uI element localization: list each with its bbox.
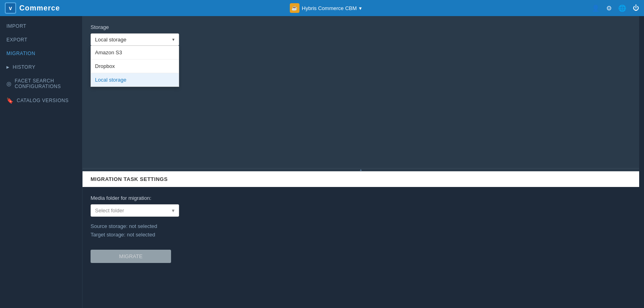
folder-dropdown-arrow-icon: ▾ [172, 207, 175, 214]
storage-dropdown[interactable]: Local storage ▾ [91, 33, 179, 46]
media-folder-label: Media folder for migration: [91, 195, 631, 201]
gear-icon[interactable]: ⚙ [606, 4, 612, 12]
main-layout: IMPORT EXPORT MIGRATION HISTORY ◎ Facet … [0, 16, 644, 308]
power-icon[interactable]: ⏻ [633, 4, 639, 12]
center-app-name: Hybris Commerce CBM [302, 5, 357, 11]
storage-dropdown-menu: Amazon S3 Dropbox Local storage [91, 46, 179, 87]
migrate-button[interactable]: MIGRATE [91, 250, 171, 263]
sidebar-item-label: HISTORY [13, 64, 35, 70]
sidebar-item-label: IMPORT [6, 23, 26, 29]
header: v Commerce ☕ Hybris Commerce CBM ▾ 👤 ⚙ 🌐… [0, 0, 644, 16]
storage-label: Storage [91, 24, 631, 30]
migration-settings-section: MIGRATION TASK SETTINGS Media folder for… [83, 171, 639, 308]
target-storage-info: Target storage: not selected [91, 232, 631, 238]
folder-placeholder: Select folder [95, 207, 124, 214]
resize-handle[interactable] [83, 168, 639, 171]
storage-dropdown-wrapper: Local storage ▾ Amazon S3 Dropbox Local … [91, 33, 179, 46]
sidebar-item-label: EXPORT [6, 37, 27, 43]
storage-option-local[interactable]: Local storage [91, 73, 179, 86]
chevron-down-icon: ▾ [359, 5, 362, 11]
header-left: v Commerce [5, 2, 60, 14]
app-logo: v [5, 2, 16, 14]
storage-selected-value: Local storage [95, 37, 126, 43]
center-app-icon: ☕ [290, 3, 299, 13]
logo-text: v [9, 5, 12, 11]
dropdown-arrow-icon: ▾ [172, 37, 175, 42]
migration-settings-content: Media folder for migration: Select folde… [83, 187, 639, 271]
sidebar-item-catalog[interactable]: 🔖 Catalog Versions [0, 93, 82, 108]
source-storage-info: Source storage: not selected [91, 223, 631, 229]
user-icon[interactable]: 👤 [592, 4, 600, 12]
sidebar-item-label: Catalog Versions [17, 98, 69, 103]
folder-dropdown[interactable]: Select folder ▾ [91, 204, 179, 217]
sidebar: IMPORT EXPORT MIGRATION HISTORY ◎ Facet … [0, 16, 83, 308]
sidebar-item-facet[interactable]: ◎ Facet Search Configurations [0, 74, 82, 93]
facet-icon: ◎ [6, 80, 12, 87]
sidebar-item-label: MIGRATION [6, 51, 35, 56]
sidebar-item-label: Facet Search Configurations [15, 78, 76, 89]
content-area: Storage Local storage ▾ Amazon S3 Dropbo… [83, 16, 639, 308]
sidebar-item-migration[interactable]: MIGRATION [0, 47, 82, 60]
sidebar-item-import[interactable]: IMPORT [0, 19, 82, 33]
globe-icon[interactable]: 🌐 [618, 4, 626, 12]
app-name: Commerce [19, 4, 60, 12]
scrollbar[interactable] [639, 16, 644, 308]
sidebar-item-export[interactable]: EXPORT [0, 33, 82, 47]
storage-option-amazon[interactable]: Amazon S3 [91, 46, 179, 60]
sidebar-item-history[interactable]: HISTORY [0, 60, 82, 74]
header-center-app[interactable]: ☕ Hybris Commerce CBM ▾ [290, 3, 362, 13]
migration-settings-title: MIGRATION TASK SETTINGS [83, 171, 639, 187]
storage-section: Storage Local storage ▾ Amazon S3 Dropbo… [83, 16, 639, 168]
header-right: 👤 ⚙ 🌐 ⏻ [592, 4, 639, 12]
catalog-icon: 🔖 [6, 97, 14, 104]
storage-option-dropbox[interactable]: Dropbox [91, 60, 179, 73]
